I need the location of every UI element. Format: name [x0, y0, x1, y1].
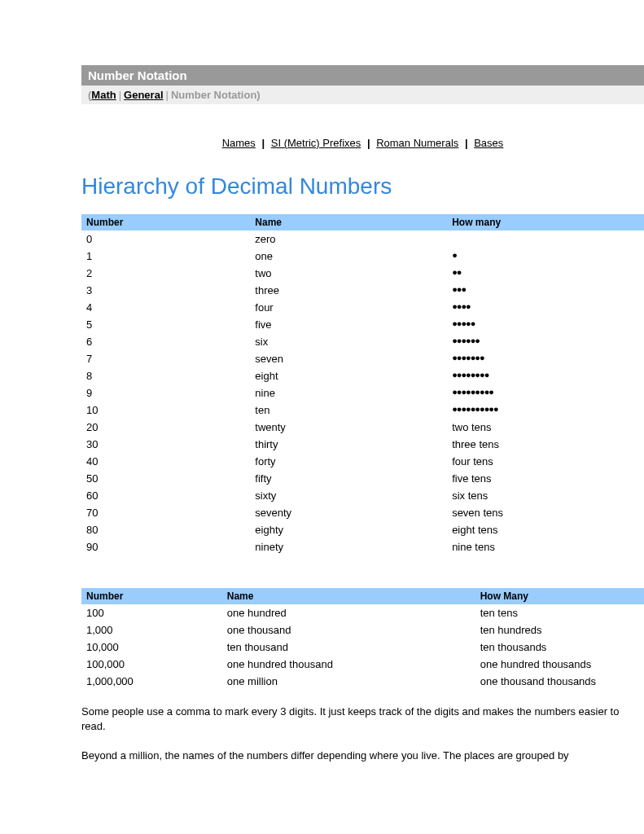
- cell-number: 4: [81, 299, 250, 316]
- breadcrumb-math[interactable]: Math: [91, 89, 116, 101]
- table-row: 1one●: [81, 248, 644, 265]
- cell-number: 2: [81, 265, 250, 282]
- cell-number: 50: [81, 470, 250, 487]
- cell-name: fifty: [250, 470, 447, 487]
- nav-bases[interactable]: Bases: [474, 137, 503, 149]
- cell-howmany: ●●●●●●●: [447, 350, 644, 367]
- table-row: 10,000ten thousandten thousands: [81, 639, 644, 656]
- cell-howmany: ●●: [447, 265, 644, 282]
- cell-number: 10: [81, 402, 250, 419]
- cell-name: seven: [250, 350, 447, 367]
- cell-number: 90: [81, 538, 250, 555]
- cell-number: 8: [81, 367, 250, 384]
- cell-name: nine: [250, 384, 447, 402]
- cell-howmany: one hundred thousands: [475, 656, 644, 673]
- cell-number: 9: [81, 384, 250, 402]
- table2-header-name: Name: [222, 588, 475, 604]
- cell-howmany: eight tens: [447, 521, 644, 538]
- cell-number: 40: [81, 453, 250, 470]
- table-row: 9nine●●●●●●●●●: [81, 384, 644, 402]
- nav-names[interactable]: Names: [222, 137, 256, 149]
- cell-number: 1,000: [81, 621, 222, 639]
- breadcrumb-general[interactable]: General: [124, 89, 163, 101]
- table-row: 7seven●●●●●●●: [81, 350, 644, 367]
- cell-number: 100,000: [81, 656, 222, 673]
- cell-howmany: ●●●●●●●●●: [447, 384, 644, 402]
- cell-number: 1: [81, 248, 250, 265]
- table-row: 3three●●●: [81, 282, 644, 299]
- cell-number: 20: [81, 419, 250, 436]
- cell-howmany: ten tens: [475, 604, 644, 621]
- cell-name: one: [250, 248, 447, 265]
- cell-howmany: one thousand thousands: [475, 673, 644, 690]
- table-row: 90ninetynine tens: [81, 538, 644, 555]
- cell-howmany: ten thousands: [475, 639, 644, 656]
- cell-number: 60: [81, 487, 250, 504]
- cell-name: eight: [250, 367, 447, 384]
- table-row: 100,000one hundred thousandone hundred t…: [81, 656, 644, 673]
- table-row: 30thirtythree tens: [81, 436, 644, 453]
- cell-number: 1,000,000: [81, 673, 222, 690]
- table2-header-howmany: How Many: [475, 588, 644, 604]
- nav-sep: |: [465, 137, 468, 149]
- breadcrumb-sep: |: [119, 89, 121, 101]
- table-row: 80eightyeight tens: [81, 521, 644, 538]
- paragraph-comma: Some people use a comma to mark every 3 …: [81, 705, 644, 734]
- cell-number: 0: [81, 230, 250, 248]
- breadcrumb-current: Number Notation: [171, 89, 256, 101]
- main-heading: Hierarchy of Decimal Numbers: [81, 173, 644, 200]
- table-row: 60sixtysix tens: [81, 487, 644, 504]
- cell-howmany: ●●●●●●●●●●: [447, 402, 644, 419]
- cell-number: 3: [81, 282, 250, 299]
- cell-howmany: two tens: [447, 419, 644, 436]
- cell-name: ninety: [250, 538, 447, 555]
- cell-name: one million: [222, 673, 475, 690]
- breadcrumb-close: ): [256, 89, 260, 101]
- table-row: 0zero: [81, 230, 644, 248]
- cell-name: two: [250, 265, 447, 282]
- table-row: 1,000one thousandten hundreds: [81, 621, 644, 639]
- nav-si-prefixes[interactable]: SI (Metric) Prefixes: [271, 137, 361, 149]
- decimal-numbers-table-2: Number Name How Many 100one hundredten t…: [81, 588, 644, 690]
- section-nav: Names | SI (Metric) Prefixes | Roman Num…: [81, 104, 644, 165]
- cell-name: eighty: [250, 521, 447, 538]
- table-row: 20twentytwo tens: [81, 419, 644, 436]
- cell-name: four: [250, 299, 447, 316]
- table1-header-number: Number: [81, 214, 250, 230]
- table-row: 5five●●●●●: [81, 316, 644, 333]
- cell-howmany: ten hundreds: [475, 621, 644, 639]
- page-title-bar: Number Notation: [81, 65, 644, 86]
- cell-number: 6: [81, 333, 250, 350]
- cell-name: twenty: [250, 419, 447, 436]
- table1-header-name: Name: [250, 214, 447, 230]
- cell-howmany: ●●●●●●●●: [447, 367, 644, 384]
- decimal-numbers-table-1: Number Name How many 0zero1one●2two●●3th…: [81, 214, 644, 555]
- cell-name: sixty: [250, 487, 447, 504]
- page-title: Number Notation: [88, 68, 187, 82]
- cell-name: three: [250, 282, 447, 299]
- cell-number: 10,000: [81, 639, 222, 656]
- table-row: 10ten●●●●●●●●●●: [81, 402, 644, 419]
- nav-sep: |: [261, 137, 265, 149]
- nav-roman-numerals[interactable]: Roman Numerals: [376, 137, 458, 149]
- cell-number: 100: [81, 604, 222, 621]
- table-row: 4four●●●●: [81, 299, 644, 316]
- cell-howmany: ●●●●●●: [447, 333, 644, 350]
- cell-name: ten thousand: [222, 639, 475, 656]
- cell-name: one hundred: [222, 604, 475, 621]
- cell-number: 70: [81, 504, 250, 521]
- cell-name: forty: [250, 453, 447, 470]
- table-row: 2two●●: [81, 265, 644, 282]
- cell-howmany: ●●●●●: [447, 316, 644, 333]
- cell-number: 7: [81, 350, 250, 367]
- nav-sep: |: [367, 137, 370, 149]
- cell-howmany: seven tens: [447, 504, 644, 521]
- cell-howmany: three tens: [447, 436, 644, 453]
- cell-howmany: five tens: [447, 470, 644, 487]
- cell-name: thirty: [250, 436, 447, 453]
- breadcrumb: (Math|General|Number Notation): [81, 86, 644, 104]
- table-row: 8eight●●●●●●●●: [81, 367, 644, 384]
- cell-name: six: [250, 333, 447, 350]
- table-row: 1,000,000one millionone thousand thousan…: [81, 673, 644, 690]
- cell-howmany: six tens: [447, 487, 644, 504]
